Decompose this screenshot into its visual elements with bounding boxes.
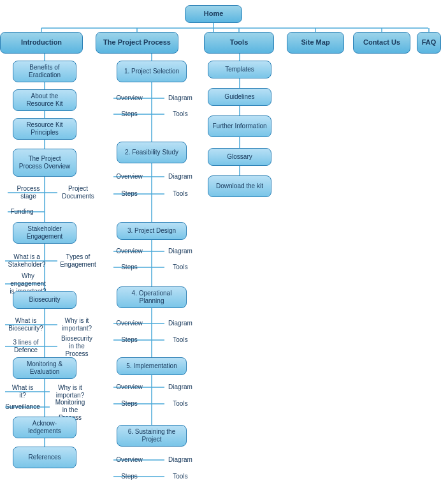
- leaf-sustain-diagram[interactable]: Diagram: [164, 454, 196, 466]
- leaf-oper-tools[interactable]: Tools: [164, 334, 196, 346]
- leaf-three-lines[interactable]: 3 lines of Defence: [5, 337, 47, 356]
- leaf-design-steps[interactable]: Steps: [113, 262, 145, 273]
- nav-introduction[interactable]: Introduction: [0, 32, 83, 54]
- leaf-sel-diagram[interactable]: Diagram: [164, 93, 196, 104]
- nav-faq[interactable]: FAQ: [417, 32, 441, 54]
- nav-project-process[interactable]: The Project Process: [96, 32, 178, 54]
- leaf-sel-overview[interactable]: Overview: [113, 93, 145, 104]
- step-project-design[interactable]: 3. Project Design: [117, 222, 187, 240]
- leaf-project-docs[interactable]: Project Documents: [57, 186, 99, 199]
- leaf-impl-tools[interactable]: Tools: [164, 398, 196, 410]
- leaf-feas-overview[interactable]: Overview: [113, 171, 145, 182]
- leaf-design-tools[interactable]: Tools: [164, 262, 196, 273]
- leaf-design-diagram[interactable]: Diagram: [164, 246, 196, 257]
- leaf-what-is-it[interactable]: What is it?: [5, 385, 40, 398]
- leaf-sel-tools[interactable]: Tools: [164, 108, 196, 120]
- leaf-sustain-steps[interactable]: Steps: [113, 471, 145, 482]
- intro-benefits[interactable]: Benefits of Eradication: [13, 61, 76, 82]
- step-sustaining[interactable]: 6. Sustaining the Project: [117, 425, 187, 447]
- step-feasibility[interactable]: 2. Feasibility Study: [117, 142, 187, 163]
- nav-contact[interactable]: Contact Us: [353, 32, 410, 54]
- intro-stakeholder[interactable]: Stakeholder Engagement: [13, 222, 76, 244]
- tool-glossary[interactable]: Glossary: [208, 148, 271, 166]
- leaf-types-engagement[interactable]: Types of Engagement: [57, 251, 99, 271]
- nav-tools[interactable]: Tools: [204, 32, 274, 54]
- tool-guidelines[interactable]: Guidelines: [208, 88, 271, 106]
- step-project-selection[interactable]: 1. Project Selection: [117, 61, 187, 82]
- tool-templates[interactable]: Templates: [208, 61, 271, 78]
- intro-overview[interactable]: The Project Process Overview: [13, 149, 76, 177]
- leaf-design-overview[interactable]: Overview: [113, 246, 145, 257]
- leaf-impl-diagram[interactable]: Diagram: [164, 382, 196, 393]
- leaf-oper-steps[interactable]: Steps: [113, 334, 145, 346]
- nav-sitemap[interactable]: Site Map: [287, 32, 344, 54]
- leaf-what-biosecurity[interactable]: What is Biosecurity?: [5, 315, 47, 334]
- leaf-sustain-tools[interactable]: Tools: [164, 471, 196, 482]
- tool-further-info[interactable]: Further Information: [208, 115, 271, 137]
- leaf-why-importan[interactable]: Why is it importan?: [48, 385, 92, 398]
- leaf-impl-steps[interactable]: Steps: [113, 398, 145, 410]
- intro-monitoring[interactable]: Monitoring & Evaluation: [13, 357, 76, 379]
- step-implementation[interactable]: 5. Implementation: [117, 357, 187, 375]
- leaf-biosec-process[interactable]: Biosecurity in the Process: [56, 337, 98, 356]
- leaf-feas-diagram[interactable]: Diagram: [164, 171, 196, 182]
- leaf-sustain-overview[interactable]: Overview: [113, 454, 145, 466]
- intro-acknowledgements[interactable]: Acknow-ledgements: [13, 417, 76, 438]
- tool-download[interactable]: Download the kit: [208, 175, 271, 197]
- leaf-process-stage[interactable]: Process stage: [8, 186, 49, 199]
- leaf-impl-overview[interactable]: Overview: [113, 382, 145, 393]
- leaf-oper-overview[interactable]: Overview: [113, 318, 145, 329]
- intro-references[interactable]: References: [13, 447, 76, 468]
- leaf-surveillance[interactable]: Surveillance: [5, 401, 40, 413]
- diagram-container: Home Introduction The Project Process To…: [0, 0, 441, 504]
- intro-principles[interactable]: Resource Kit Principles: [13, 118, 76, 140]
- leaf-what-stakeholder[interactable]: What is a Stakeholder?: [5, 251, 48, 271]
- leaf-funding[interactable]: Funding: [8, 205, 36, 218]
- leaf-feas-steps[interactable]: Steps: [113, 188, 145, 200]
- leaf-sel-steps[interactable]: Steps: [113, 108, 145, 120]
- step-operational-planning[interactable]: 4. Operational Planning: [117, 286, 187, 308]
- leaf-feas-tools[interactable]: Tools: [164, 188, 196, 200]
- intro-about[interactable]: About the Resource Kit: [13, 89, 76, 111]
- leaf-why-biosecurity-important[interactable]: Why is it important?: [56, 315, 98, 334]
- home-node[interactable]: Home: [185, 5, 242, 23]
- leaf-oper-diagram[interactable]: Diagram: [164, 318, 196, 329]
- intro-biosecurity[interactable]: Biosecurity: [13, 291, 76, 309]
